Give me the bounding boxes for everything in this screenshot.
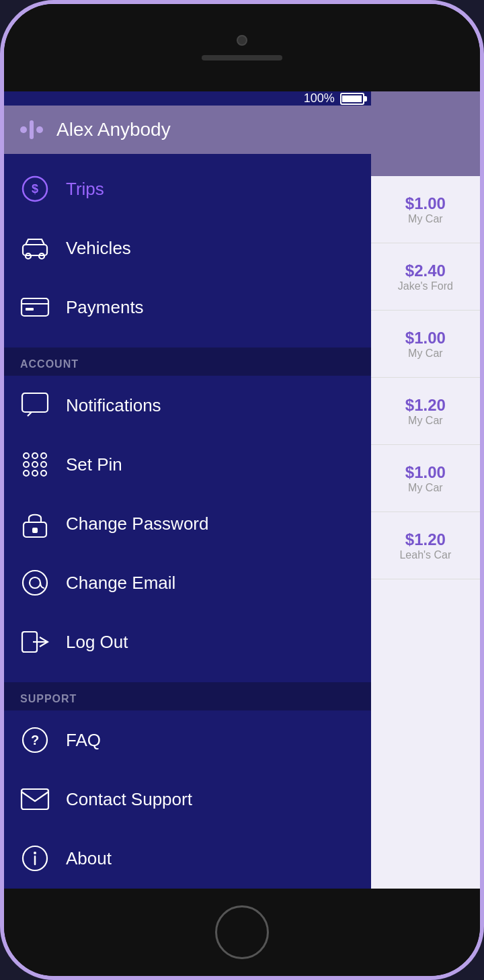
- payments-label: Payments: [66, 297, 144, 318]
- svg-rect-5: [22, 298, 48, 316]
- trip-item-3: $1.00 My Car: [371, 311, 480, 378]
- trip-item-1: $1.00 My Car: [371, 176, 480, 243]
- trip-amount-4: $1.20: [405, 396, 446, 415]
- status-bar: 100%: [4, 91, 371, 106]
- support-section-label: SUPPORT: [4, 682, 371, 710]
- dollar-circle-icon: $: [20, 174, 50, 204]
- trips-label: Trips: [66, 179, 104, 200]
- sidebar-item-contact-support[interactable]: Contact Support: [4, 770, 371, 829]
- svg-point-15: [24, 471, 29, 476]
- pin-icon: [20, 450, 50, 479]
- svg-point-17: [41, 471, 46, 476]
- logout-icon: [20, 627, 50, 657]
- svg-point-14: [41, 462, 46, 467]
- menu-panel: 100% Alex Anybody: [4, 91, 371, 889]
- sidebar-item-change-password[interactable]: Change Password: [4, 494, 371, 553]
- trip-car-2: Jake's Ford: [398, 280, 453, 292]
- vehicles-label: Vehicles: [66, 238, 131, 259]
- app-logo: [20, 120, 43, 139]
- trip-item-5: $1.00 My Car: [371, 445, 480, 512]
- speaker: [202, 55, 282, 60]
- user-name: Alex Anybody: [56, 119, 171, 140]
- sidebar-item-trips[interactable]: $ Trips: [4, 159, 371, 218]
- trip-car-1: My Car: [408, 213, 443, 225]
- sidebar-item-faq[interactable]: ? FAQ: [4, 710, 371, 770]
- log-out-label: Log Out: [66, 632, 128, 653]
- right-header-fill: [371, 118, 480, 176]
- sidebar-item-payments[interactable]: Payments: [4, 278, 371, 337]
- main-nav-section: $ Trips Vehicles: [4, 154, 371, 342]
- battery-percent: 100%: [304, 91, 335, 106]
- sidebar-item-notifications[interactable]: Notifications: [4, 376, 371, 435]
- logo-dot-left: [20, 126, 27, 133]
- trip-car-3: My Car: [408, 348, 443, 360]
- trip-amount-2: $2.40: [405, 261, 446, 280]
- home-button[interactable]: [215, 905, 269, 959]
- trip-amount-3: $1.00: [405, 329, 446, 348]
- trip-item-4: $1.20 My Car: [371, 378, 480, 445]
- card-icon: [20, 292, 50, 322]
- account-section: ACCOUNT Notifications: [4, 342, 371, 677]
- svg-rect-26: [22, 789, 48, 809]
- change-password-label: Change Password: [66, 514, 208, 534]
- svg-point-12: [24, 462, 29, 467]
- sidebar-item-set-pin[interactable]: Set Pin: [4, 435, 371, 494]
- svg-point-10: [32, 453, 38, 458]
- svg-point-16: [32, 471, 38, 476]
- support-section: SUPPORT ? FAQ: [4, 677, 371, 889]
- faq-label: FAQ: [66, 730, 101, 751]
- sidebar-item-log-out[interactable]: Log Out: [4, 612, 371, 671]
- svg-text:?: ?: [31, 733, 39, 747]
- phone-top-bar: [4, 4, 480, 91]
- svg-rect-19: [32, 528, 38, 533]
- logo-bar: [30, 120, 34, 139]
- svg-rect-7: [26, 308, 34, 311]
- svg-point-9: [24, 453, 29, 458]
- svg-point-13: [32, 462, 38, 467]
- trip-item-2: $2.40 Jake's Ford: [371, 243, 480, 311]
- chat-icon: [20, 391, 50, 420]
- set-pin-label: Set Pin: [66, 454, 122, 475]
- mail-icon: [20, 784, 50, 814]
- svg-point-21: [30, 577, 40, 588]
- header: Alex Anybody: [4, 106, 371, 154]
- sidebar-item-change-email[interactable]: Change Email: [4, 553, 371, 612]
- svg-point-11: [41, 453, 46, 458]
- change-email-label: Change Email: [66, 573, 175, 594]
- trip-amount-6: $1.20: [405, 530, 446, 549]
- svg-rect-8: [22, 393, 48, 412]
- battery-icon: [340, 93, 364, 105]
- at-icon: [20, 568, 50, 598]
- trip-item-6: $1.20 Leah's Car: [371, 512, 480, 579]
- question-icon: ?: [20, 725, 50, 755]
- svg-point-20: [23, 571, 47, 595]
- info-icon: [20, 844, 50, 873]
- about-label: About: [66, 848, 112, 869]
- account-section-label: ACCOUNT: [4, 348, 371, 376]
- notifications-label: Notifications: [66, 395, 161, 416]
- logo-dot-right: [36, 126, 43, 133]
- trip-car-6: Leah's Car: [399, 549, 451, 561]
- svg-point-29: [34, 852, 36, 854]
- right-header-spacer: [371, 91, 480, 118]
- sidebar-item-vehicles[interactable]: Vehicles: [4, 218, 371, 278]
- front-camera: [237, 35, 247, 46]
- phone-screen: 100% Alex Anybody: [4, 91, 480, 889]
- right-panel: $1.00 My Car $2.40 Jake's Ford $1.00 My …: [371, 91, 480, 889]
- lock-icon: [20, 509, 50, 538]
- svg-text:$: $: [32, 182, 38, 196]
- trip-car-4: My Car: [408, 415, 443, 427]
- car-icon: [20, 233, 50, 263]
- phone-bottom-bar: [4, 889, 480, 976]
- phone-frame: 100% Alex Anybody: [0, 0, 484, 980]
- sidebar-item-about[interactable]: About: [4, 829, 371, 888]
- trip-amount-1: $1.00: [405, 194, 446, 213]
- trip-amount-5: $1.00: [405, 463, 446, 482]
- contact-support-label: Contact Support: [66, 789, 192, 810]
- trip-car-5: My Car: [408, 482, 443, 494]
